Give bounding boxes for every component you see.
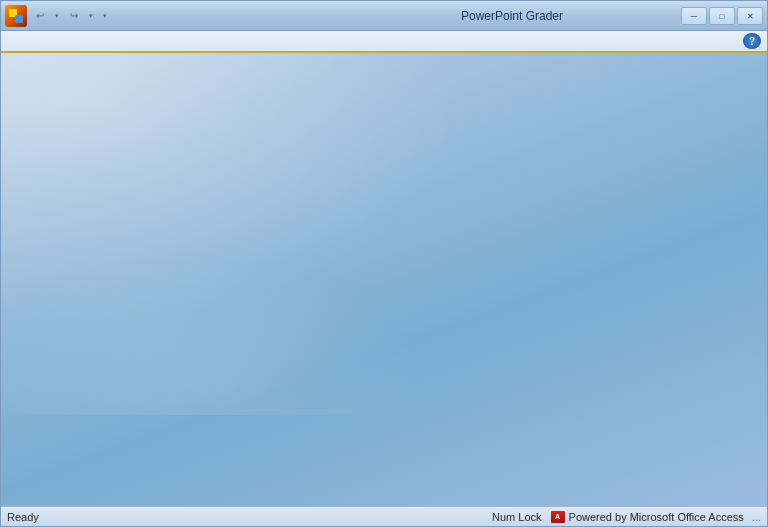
help-button[interactable]: ? bbox=[743, 33, 761, 49]
access-icon: A bbox=[550, 509, 566, 525]
title-bar: PowerPoint Grader bbox=[1, 1, 767, 31]
redo-dropdown-button[interactable] bbox=[85, 7, 97, 25]
title-bar-controls bbox=[681, 7, 763, 25]
maximize-button[interactable] bbox=[709, 7, 735, 25]
quick-access-toolbar bbox=[31, 7, 111, 25]
undo-dropdown-button[interactable] bbox=[51, 7, 63, 25]
status-bar-right: Num Lock A Powered by Microsoft Office A… bbox=[492, 509, 761, 525]
close-icon bbox=[747, 11, 754, 21]
window-title-text: PowerPoint Grader bbox=[461, 9, 563, 23]
status-bar: Ready Num Lock A Powered by Microsoft Of… bbox=[1, 506, 767, 526]
status-powered-by: A Powered by Microsoft Office Access bbox=[550, 509, 744, 525]
title-bar-left bbox=[5, 5, 343, 27]
undo-icon bbox=[36, 10, 44, 21]
undo-button[interactable] bbox=[31, 7, 49, 25]
minimize-button[interactable] bbox=[681, 7, 707, 25]
access-icon-shape: A bbox=[551, 511, 565, 523]
close-button[interactable] bbox=[737, 7, 763, 25]
maximize-icon bbox=[720, 11, 725, 21]
undo-chevron-icon bbox=[55, 11, 59, 20]
status-ready-text: Ready bbox=[7, 511, 39, 523]
ribbon: ? bbox=[1, 31, 767, 53]
window-title: PowerPoint Grader bbox=[343, 9, 681, 23]
powered-by-text: Powered by Microsoft Office Access bbox=[569, 511, 744, 523]
quick-access-customize-button[interactable] bbox=[99, 7, 111, 25]
help-icon: ? bbox=[749, 36, 755, 47]
redo-button[interactable] bbox=[65, 7, 83, 25]
app-icon[interactable] bbox=[5, 5, 27, 27]
redo-icon bbox=[70, 10, 78, 21]
main-content-area bbox=[1, 53, 767, 506]
app-icon-inner bbox=[9, 9, 23, 23]
status-resize-handle[interactable]: ... bbox=[752, 511, 761, 523]
redo-chevron-icon bbox=[89, 11, 93, 20]
minimize-icon bbox=[691, 11, 697, 21]
main-window: PowerPoint Grader ? Ready Num Lock bbox=[0, 0, 768, 527]
status-numlock-text: Num Lock bbox=[492, 511, 542, 523]
customize-chevron-icon bbox=[103, 11, 107, 20]
status-bar-left: Ready bbox=[7, 511, 492, 523]
